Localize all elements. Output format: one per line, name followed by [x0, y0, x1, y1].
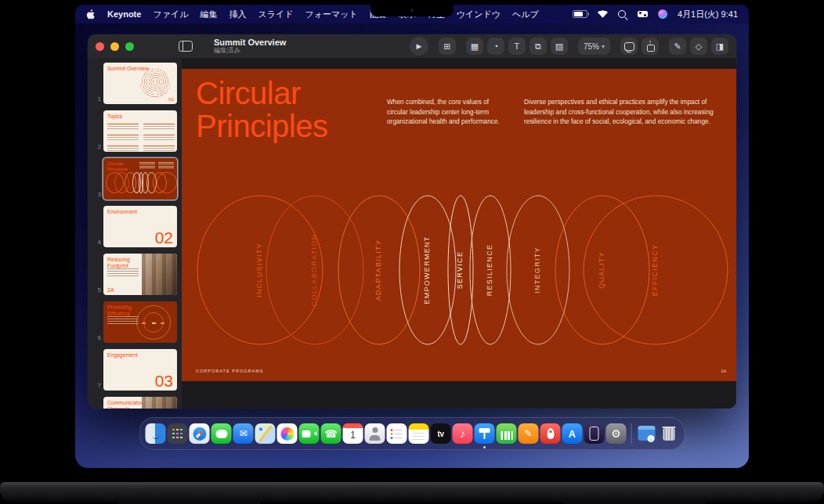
thumbnail-rings-graphic	[140, 68, 170, 98]
dock-facetime-icon[interactable]	[299, 423, 320, 444]
dock-iphone-mirroring-icon[interactable]	[584, 423, 605, 444]
document-button[interactable]: ◨	[711, 38, 728, 55]
dock-settings-icon[interactable]: ⚙	[606, 423, 627, 444]
control-center-icon[interactable]	[638, 11, 648, 18]
slide-thumbnail-5[interactable]: Reducing Footprint2A	[103, 254, 177, 295]
dock-tv-icon[interactable]: tv	[431, 423, 451, 444]
slide-thumbnail-4[interactable]: Environment02	[103, 206, 177, 247]
thumbnail-rings-graphic	[136, 305, 171, 340]
thumbnail-page-label: 03	[155, 372, 173, 391]
dock-phone-icon[interactable]: ☎	[321, 423, 342, 444]
dock-rocket-icon[interactable]	[540, 423, 561, 444]
dock-mail-icon[interactable]: ✉	[233, 423, 254, 444]
dock-maps-icon[interactable]	[255, 423, 276, 444]
table-button[interactable]: ▦	[466, 38, 483, 55]
dock-finder-icon[interactable]	[146, 423, 166, 444]
thumbnail-text-lines	[107, 268, 139, 278]
thumbnail-page-label: 01	[168, 97, 174, 102]
dock-keynote-icon[interactable]	[475, 423, 495, 444]
dock-numbers-icon[interactable]	[497, 423, 517, 444]
diagram-label: INTEGRITY	[533, 247, 541, 293]
dock-pages-icon[interactable]: ✎	[519, 423, 539, 444]
slide-thumbnail-6[interactable]: Promoting Efficiency	[103, 301, 177, 343]
comment-icon	[624, 42, 634, 51]
thumbnail-text-lines	[107, 316, 139, 326]
dock-launchpad-icon[interactable]	[168, 423, 188, 444]
zoom-level-value: 75%	[584, 42, 599, 51]
wifi-icon[interactable]	[598, 10, 608, 18]
menu-left: Keynote ファイル編集挿入スライドフォーマット配置表示再生ウインドウヘルプ	[86, 9, 539, 20]
window-titlebar[interactable]: Summit Overview 編集済み ▶⊞▦◔T⧉▨75%▾✎◇◨	[88, 34, 736, 59]
menu-item-9[interactable]: ウインドウ	[457, 9, 501, 20]
diagram-label: ADAPTABILITY	[374, 239, 382, 301]
dock-safari-icon[interactable]	[190, 423, 210, 444]
slide-footer-right: 1A	[721, 369, 726, 373]
menu-item-10[interactable]: ヘルプ	[512, 9, 539, 20]
slide-number: 7	[92, 382, 101, 391]
menu-datetime[interactable]: 4月1日(火) 9:41	[678, 9, 738, 20]
diagram-label: INCLUSIVITY	[255, 243, 263, 297]
slide-thumbnail-1[interactable]: Summit Overview01	[103, 63, 177, 104]
menu-item-1[interactable]: ファイル	[153, 9, 188, 20]
slide-body-right[interactable]: Diverse perspectives and ethical practic…	[524, 97, 721, 127]
share-button[interactable]	[641, 38, 659, 55]
play-button[interactable]: ▶	[410, 37, 428, 56]
slide-thumbnail-row: 3Circular Principles	[92, 158, 182, 200]
search-icon[interactable]	[618, 10, 626, 18]
diagram-label: RESILIENCE	[486, 244, 493, 297]
dock-notes-icon[interactable]	[409, 423, 429, 444]
slide-number: 4	[92, 239, 101, 247]
dock-calendar-icon[interactable]: 1	[343, 423, 363, 444]
apple-menu-icon[interactable]	[86, 9, 96, 20]
menu-item-3[interactable]: 挿入	[229, 9, 246, 20]
media-button[interactable]: ▨	[551, 38, 568, 55]
zoom-level-button[interactable]: 75%▾	[578, 38, 610, 55]
dock-appstore-icon[interactable]: A	[562, 423, 583, 444]
minimize-button[interactable]	[110, 42, 119, 51]
chart-button[interactable]: ◔	[487, 38, 504, 55]
shape-button[interactable]: ⧉	[529, 38, 547, 55]
menu-item-4[interactable]: スライド	[258, 9, 293, 20]
slide-thumbnail-row: 5Reducing Footprint2A	[92, 254, 182, 295]
dock-photos-icon[interactable]	[277, 423, 298, 444]
zoom-window-button[interactable]	[125, 42, 134, 51]
menu-item-5[interactable]: フォーマット	[305, 9, 357, 20]
view-options-button[interactable]	[176, 38, 195, 55]
dock-trash-icon[interactable]	[659, 423, 679, 444]
window-content: 1Summit Overview012Topics3Circular Princ…	[88, 58, 736, 409]
slide-title[interactable]: CircularPrinciples	[196, 77, 327, 142]
slide-number: 6	[92, 334, 101, 343]
add-slide-button[interactable]: ⊞	[439, 38, 456, 55]
siri-icon[interactable]	[658, 9, 667, 19]
thumbnail-page-label: 2A	[107, 287, 114, 293]
dock-downloads-icon[interactable]	[637, 423, 657, 444]
dock-music-icon[interactable]: ♪	[453, 423, 473, 444]
laptop-screen: Keynote ファイル編集挿入スライドフォーマット配置表示再生ウインドウヘルプ…	[75, 5, 749, 468]
dock-reminders-icon[interactable]	[387, 423, 407, 444]
format-button[interactable]: ✎	[669, 38, 686, 55]
slide-thumbnail-2[interactable]: Topics	[103, 110, 177, 152]
window-title-block: Summit Overview 編集済み	[214, 38, 286, 55]
sidebar-panel-icon	[179, 41, 193, 52]
toolbar-group-actions	[620, 38, 659, 55]
thumbnail-topic-block	[107, 146, 139, 152]
animate-button[interactable]: ◇	[690, 38, 707, 55]
slide-thumbnail-row: 7Engagement03	[92, 349, 182, 391]
dock-messages-icon[interactable]	[211, 423, 232, 444]
dock-contacts-icon[interactable]	[365, 423, 385, 444]
toolbar-group-add: ⊞	[439, 38, 456, 55]
slide-thumbnail-8[interactable]: Communication Channels	[103, 397, 177, 409]
thumbnail-title: Summit Overview	[107, 66, 150, 72]
battery-icon[interactable]	[573, 10, 587, 19]
slide-thumbnail-row: 1Summit Overview01	[92, 63, 182, 104]
comment-button[interactable]	[620, 38, 638, 55]
slide-number: 5	[92, 286, 101, 295]
slide-canvas[interactable]: INCLUSIVITYCOLLABORATIONADAPTABILITYEMPO…	[182, 69, 736, 381]
menu-item-2[interactable]: 編集	[200, 9, 217, 20]
slide-body-left[interactable]: When combined, the core values of circul…	[387, 97, 509, 127]
slide-thumbnail-3[interactable]: Circular Principles	[103, 158, 177, 200]
text-box-button[interactable]: T	[508, 38, 526, 55]
menu-app-name[interactable]: Keynote	[107, 9, 141, 19]
close-button[interactable]	[96, 42, 104, 51]
slide-thumbnail-7[interactable]: Engagement03	[103, 349, 177, 391]
